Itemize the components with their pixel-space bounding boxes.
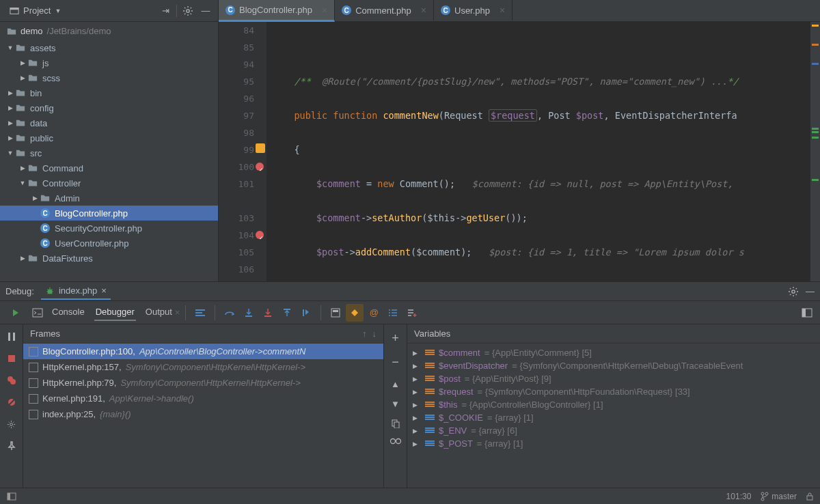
glasses-icon[interactable] [390, 438, 402, 445]
frame-down-icon[interactable]: ↓ [372, 328, 377, 339]
project-dropdown[interactable]: Project ▼ [5, 4, 65, 17]
copy-icon[interactable] [391, 419, 400, 428]
variables-header: Variables [414, 328, 450, 339]
tree-folder[interactable]: ▶js [0, 55, 218, 70]
cursor-position[interactable]: 101:30 [726, 492, 752, 501]
list-icon[interactable] [384, 304, 402, 322]
layout-icon[interactable] [798, 304, 816, 322]
dropdown-arrow-icon: ▼ [55, 8, 61, 14]
frames-header: Frames [30, 328, 60, 339]
close-tab-icon[interactable]: × [500, 5, 505, 16]
close-icon[interactable]: × [101, 285, 107, 296]
breadcrumb-path: /JetBrains/demo [47, 26, 111, 36]
stack-frame[interactable]: HttpKernel.php:79, Symfony\Component\Htt… [23, 375, 383, 391]
settings-icon[interactable] [181, 4, 195, 18]
trace-icon[interactable] [346, 304, 364, 322]
tree-folder[interactable]: ▶scss [0, 70, 218, 85]
project-toolbar: Project ▼ ⇥ — [0, 0, 218, 22]
tree-file[interactable]: CSecurityController.php [0, 221, 218, 236]
tree-folder[interactable]: ▶data [0, 115, 218, 130]
hint-bulb-icon[interactable] [256, 143, 265, 153]
folder-icon [7, 27, 16, 36]
project-tree[interactable]: ▼assets▶js▶scss▶bin▶config▶data▶public▼s… [0, 40, 218, 281]
debug-subtab[interactable]: Output [144, 304, 174, 321]
svg-point-29 [761, 498, 764, 501]
step-into-icon[interactable] [240, 304, 258, 322]
tree-folder[interactable]: ▼src [0, 145, 218, 160]
tree-folder[interactable]: ▶Admin [0, 191, 218, 206]
stop-icon[interactable] [5, 352, 18, 365]
show-exec-icon[interactable] [191, 304, 209, 322]
at-icon[interactable]: @ [365, 304, 383, 322]
variable-row[interactable]: ▶$comment = {App\Entity\Comment} [5] [407, 346, 820, 359]
debug-subtab[interactable]: Debugger [94, 304, 136, 321]
watch-up-icon[interactable]: ▲ [391, 379, 400, 389]
variable-row[interactable]: ▶$post = {App\Entity\Post} [9] [407, 372, 820, 385]
stack-frame[interactable]: Kernel.php:191, App\Kernel->handle() [23, 391, 383, 406]
variable-row[interactable]: ▶$_ENV = {array} [6] [407, 424, 820, 437]
variable-row[interactable]: ▶$eventDispatcher = {Symfony\Component\H… [407, 359, 820, 372]
frame-up-icon[interactable]: ↑ [362, 328, 367, 339]
evaluate-icon[interactable] [327, 304, 344, 322]
tree-folder[interactable]: ▶config [0, 100, 218, 115]
tree-file[interactable]: CUserController.php [0, 236, 218, 251]
project-breadcrumb: demo /JetBrains/demo [0, 22, 218, 40]
variable-row[interactable]: ▶$_COOKIE = {array} [1] [407, 411, 820, 424]
step-over-icon[interactable] [221, 304, 238, 322]
close-tab-icon[interactable]: × [322, 5, 327, 16]
branch-name: master [771, 492, 797, 501]
editor-scrollstrip[interactable] [810, 22, 820, 281]
debug-subtab[interactable]: Console [51, 304, 86, 321]
svg-rect-14 [8, 333, 10, 341]
tree-folder[interactable]: ▼assets [0, 40, 218, 55]
close-output-icon[interactable]: × [175, 307, 180, 318]
debug-settings-small-icon[interactable] [5, 417, 18, 431]
force-step-into-icon[interactable] [259, 304, 277, 322]
tool-windows-icon[interactable] [7, 492, 16, 501]
tree-file[interactable]: CBlogController.php [0, 206, 218, 221]
stack-frame[interactable]: index.php:25, {main}() [23, 406, 383, 422]
view-breakpoints-icon[interactable] [5, 374, 18, 387]
tree-folder[interactable]: ▶DataFixtures [0, 251, 218, 266]
scroll-to-icon[interactable]: ⇥ [159, 4, 172, 18]
git-branch[interactable]: master [761, 492, 797, 501]
watch-down-icon[interactable]: ▼ [391, 399, 400, 409]
mute-breakpoints-icon[interactable] [5, 395, 18, 409]
pause-icon[interactable] [5, 330, 18, 344]
stack-frame[interactable]: BlogController.php:100, App\Controller\B… [23, 344, 383, 359]
svg-point-27 [761, 492, 764, 495]
variable-row[interactable]: ▶$request = {Symfony\Component\HttpFound… [407, 385, 820, 398]
editor-tab[interactable]: CComment.php× [335, 0, 434, 20]
minimize-debug-icon[interactable]: — [806, 286, 815, 296]
add-watch-icon[interactable]: + [392, 331, 399, 346]
variable-row[interactable]: ▶$this = {App\Controller\BlogController}… [407, 398, 820, 411]
svg-rect-7 [264, 316, 271, 317]
frames-pane: Frames ↑ ↓ BlogController.php:100, App\C… [23, 324, 384, 488]
tree-folder[interactable]: ▶bin [0, 85, 218, 100]
resume-icon[interactable] [7, 304, 25, 322]
svg-rect-6 [245, 316, 252, 317]
variable-row[interactable]: ▶$_POST = {array} [1] [407, 437, 820, 450]
close-tab-icon[interactable]: × [421, 5, 426, 16]
code-editor[interactable]: /** @Route("/comment/{postSlug}/new", me… [266, 22, 810, 281]
step-out-icon[interactable] [278, 304, 296, 322]
add-list-icon[interactable] [403, 304, 421, 322]
stack-frame[interactable]: HttpKernel.php:157, Symfony\Component\Ht… [23, 359, 383, 375]
svg-point-2 [187, 9, 189, 12]
svg-rect-30 [807, 496, 812, 500]
debug-session-tab[interactable]: index.php × [41, 283, 111, 300]
editor-tab[interactable]: CUser.php× [434, 0, 512, 20]
run-to-cursor-icon[interactable] [297, 304, 315, 322]
remove-watch-icon[interactable]: − [392, 355, 399, 369]
minimize-icon[interactable]: — [199, 4, 213, 18]
console-icon[interactable] [29, 304, 46, 322]
debug-settings-icon[interactable] [788, 286, 799, 297]
tree-folder[interactable]: ▶Command [0, 160, 218, 176]
tree-folder[interactable]: ▼Controller [0, 176, 218, 191]
svg-point-23 [390, 439, 395, 444]
tree-folder[interactable]: ▶public [0, 130, 218, 145]
editor-tab[interactable]: CBlogController.php× [219, 0, 335, 22]
lock-icon[interactable] [806, 492, 813, 501]
editor-gutter[interactable]: 8485949596979899100101103104105106 [219, 22, 266, 281]
pin-icon[interactable] [5, 439, 18, 453]
